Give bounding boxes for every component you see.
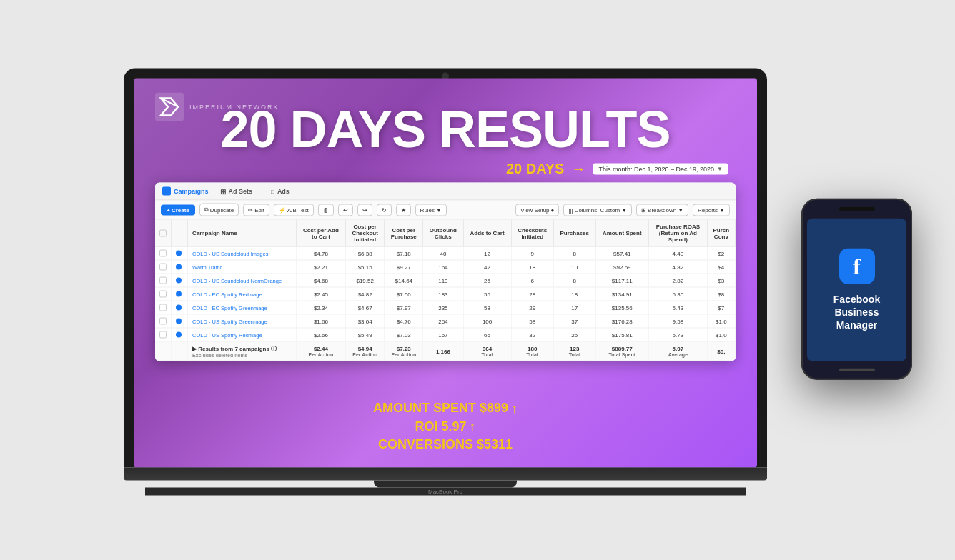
laptop-stand <box>374 481 517 488</box>
phone-screen: f Facebook Business Manager <box>807 219 906 361</box>
cost-add-cell: $4.68 <box>296 274 345 287</box>
rules-button[interactable]: Rules ▼ <box>415 204 447 216</box>
fb-ads-table-container: Campaigns ⊞ Ad Sets □ Ads <box>155 183 736 361</box>
refresh-button[interactable]: ↻ <box>377 204 392 216</box>
adds-cell: 12 <box>463 246 511 260</box>
roi-arrow-icon: ↑ <box>470 419 476 434</box>
roas-cell: 4.82 <box>648 260 707 274</box>
cost-purchase-cell: $7.03 <box>385 328 423 341</box>
checkouts-cell: 9 <box>511 246 553 260</box>
row-checkbox[interactable] <box>159 318 167 325</box>
campaign-name-text[interactable]: COLD - US Spotify Greenmage <box>192 318 267 324</box>
days-label: 20 DAYS <box>506 161 565 177</box>
adds-cell: 42 <box>463 260 511 274</box>
campaign-name-text[interactable]: COLD - EC Spotify Redmage <box>192 291 262 297</box>
ab-test-button[interactable]: ⚡ A/B Test <box>274 204 314 216</box>
undo-button[interactable]: ↩ <box>338 204 353 216</box>
table-row: COLD - US Soundcloud Images $4.78 $6.38 … <box>155 246 736 260</box>
campaigns-tab-label: Campaigns <box>174 188 209 195</box>
cost-checkout-cell: $19.52 <box>346 274 385 287</box>
spent-cell: $57.41 <box>595 246 648 260</box>
campaigns-tab[interactable]: Campaigns <box>162 187 209 196</box>
purchases-cell: 8 <box>553 274 595 287</box>
delete-button[interactable]: 🗑 <box>318 204 334 216</box>
breakdown-button[interactable]: ⊞ Breakdown ▼ <box>636 204 688 216</box>
outbound-cell: 113 <box>423 274 463 287</box>
header-cost-add: Cost per Addto Cart <box>296 220 345 247</box>
cost-add-cell: $2.45 <box>296 287 345 301</box>
campaign-status-dot <box>176 319 182 324</box>
edit-icon: ✏ <box>248 206 253 213</box>
fb-logo: f <box>839 248 875 284</box>
edit-button[interactable]: ✏ Edit <box>243 204 269 216</box>
roi-stat: ROI 5.97 ↑ <box>155 417 736 435</box>
campaign-status-dot <box>176 291 182 297</box>
ad-sets-tab[interactable]: ⊞ Ad Sets <box>220 187 253 195</box>
checkouts-cell: 29 <box>511 301 553 314</box>
spent-cell: $92.69 <box>595 260 648 274</box>
row-checkbox[interactable] <box>159 264 167 271</box>
roas-cell: 5.43 <box>648 301 707 314</box>
roi-label: ROI 5.97 <box>415 417 466 435</box>
table-row: COLD - US Spotify Greenmage $1.66 $3.04 … <box>155 314 736 328</box>
campaign-name-text[interactable]: Warm Traffic <box>192 264 222 270</box>
logo-icon <box>155 93 184 121</box>
ads-tab-label: Ads <box>277 188 290 195</box>
row-checkbox[interactable] <box>159 277 167 284</box>
purchases-cell: 25 <box>553 328 595 341</box>
columns-button[interactable]: ||| Columns: Custom ▼ <box>563 204 632 216</box>
row-checkbox[interactable] <box>159 331 167 339</box>
bottom-stats: AMOUNT SPENT $899 ↑ ROI 5.97 ↑ CONVERSIO… <box>134 399 757 454</box>
duplicate-button[interactable]: ⧉ Duplicate <box>199 204 239 216</box>
campaign-status-dot <box>176 251 182 256</box>
cost-add-cell: $1.66 <box>296 314 345 328</box>
purchases-cell: 18 <box>553 287 595 301</box>
conv-cell: $3 <box>707 274 735 287</box>
table-row: COLD - EC Spotify Greenmage $2.34 $4.67 … <box>155 301 736 314</box>
redo-button[interactable]: ↪ <box>357 204 372 216</box>
conversions-stat: CONVERSIONS $5311 <box>155 435 736 453</box>
cost-checkout-cell: $4.67 <box>346 301 385 314</box>
star-button[interactable]: ★ <box>396 204 411 216</box>
row-checkbox[interactable] <box>159 304 167 311</box>
cost-purchase-cell: $14.64 <box>385 274 423 287</box>
conv-cell: $7 <box>707 301 735 314</box>
outbound-cell: 264 <box>423 314 463 328</box>
conv-cell: $1,6 <box>707 314 735 328</box>
checkouts-cell: 18 <box>511 260 553 274</box>
spent-cell: $135.56 <box>595 301 648 314</box>
laptop: IMPERIUM NETWORK 20 DAYS RESULTS 20 DAYS… <box>124 69 767 492</box>
row-checkbox[interactable] <box>159 250 167 257</box>
spent-cell: $134.91 <box>595 287 648 301</box>
campaign-name-text[interactable]: COLD - US Spotify Redmage <box>192 331 262 338</box>
amount-spent-stat: AMOUNT SPENT $899 ↑ <box>155 399 736 417</box>
phone-notch <box>839 207 875 211</box>
header-checkbox[interactable] <box>155 220 172 247</box>
header-adds: Adds to Cart <box>463 220 511 247</box>
outbound-cell: 235 <box>423 301 463 314</box>
campaign-name-text[interactable]: COLD - US Soundcloud NormOrange <box>192 277 282 284</box>
ads-tab[interactable]: □ Ads <box>271 188 290 195</box>
outbound-cell: 183 <box>423 287 463 301</box>
checkouts-cell: 58 <box>511 314 553 328</box>
cost-checkout-cell: $5.49 <box>346 328 385 341</box>
row-checkbox[interactable] <box>159 291 167 298</box>
reports-button[interactable]: Reports ▼ <box>693 204 730 216</box>
campaign-name-text[interactable]: COLD - EC Spotify Greenmage <box>192 304 267 311</box>
date-badge: This month: Dec 1, 2020 – Dec 19, 2020 ▼ <box>593 163 728 174</box>
campaign-name-text[interactable]: COLD - US Soundcloud Images <box>192 250 268 256</box>
outbound-cell: 40 <box>423 246 463 260</box>
date-range-text: This month: Dec 1, 2020 – Dec 19, 2020 <box>598 165 714 172</box>
roas-cell: 5.73 <box>648 328 707 341</box>
fb-table-tabs: Campaigns ⊞ Ad Sets □ Ads <box>155 183 736 201</box>
view-setup-button[interactable]: View Setup ● <box>515 204 559 216</box>
checkouts-cell: 6 <box>511 274 553 287</box>
roas-cell: 4.40 <box>648 246 707 260</box>
logo-area: IMPERIUM NETWORK <box>155 93 279 121</box>
phone-app-name: Facebook Business Manager <box>816 292 898 331</box>
campaigns-icon <box>162 187 171 196</box>
date-dropdown-icon[interactable]: ▼ <box>717 166 723 172</box>
create-button[interactable]: + Create <box>161 204 195 215</box>
campaign-status-dot <box>176 264 182 270</box>
cost-purchase-cell: $7.18 <box>385 246 423 260</box>
